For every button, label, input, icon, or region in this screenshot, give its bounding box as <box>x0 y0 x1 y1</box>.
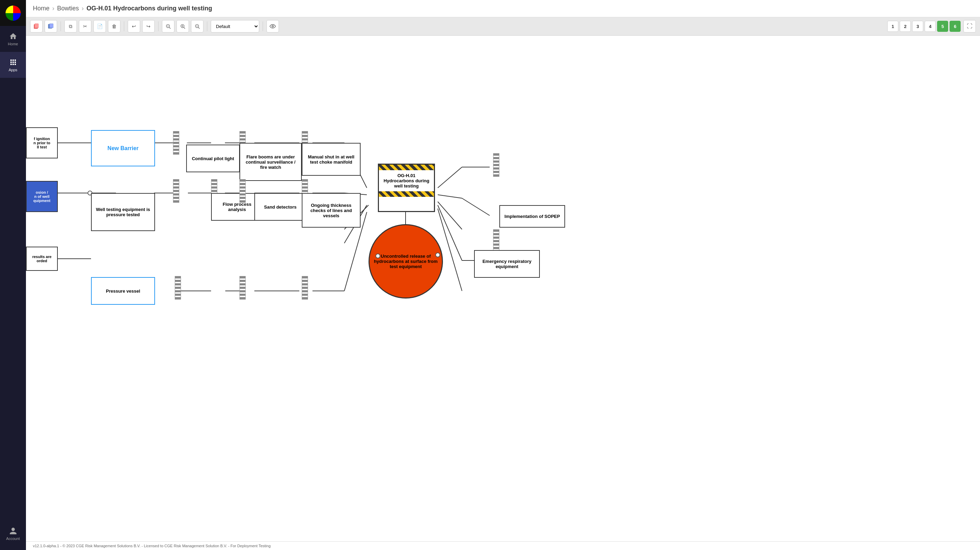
ignition-text: f ignitionn prior toll test <box>33 137 50 149</box>
separator-4 <box>207 21 207 31</box>
diagram-lines <box>26 36 980 541</box>
toolbar: ⧉ ✂ 📄 🗑 ↩ ↪ Default Risk Barriers 1 2 3 <box>26 17 980 36</box>
apps-label: Apps <box>9 68 17 72</box>
pressure-vessel-label: Pressure vessel <box>106 288 140 294</box>
svg-line-12 <box>198 27 200 29</box>
account-icon <box>9 527 17 535</box>
vbar-right-2 <box>493 229 500 253</box>
zoom-in-button[interactable] <box>177 20 189 32</box>
warning-box-label: OG-H.01 Hydrocarbons during well testing <box>379 170 434 191</box>
separator-5 <box>262 21 263 31</box>
svg-rect-1 <box>35 24 39 28</box>
view-select[interactable]: Default Risk Barriers <box>211 20 259 32</box>
erosion-text: osion /n of wellquipment <box>33 190 51 203</box>
layer-4-button[interactable]: 4 <box>924 21 936 32</box>
emergency-resp-label: Emergency respiratory equipment <box>477 259 536 269</box>
new-barrier-label: New Barrier <box>108 145 139 151</box>
connector-dot-right-1 <box>375 254 380 258</box>
paste-format-button[interactable] <box>45 20 57 32</box>
ongoing-thickness-label: Ongoing thickness checks of lines and ve… <box>305 203 357 218</box>
main-content: Home › Bowties › OG-H.01 Hydrocarbons du… <box>26 0 980 550</box>
warning-stripe-top <box>379 165 434 170</box>
svg-line-32 <box>438 195 462 198</box>
home-icon <box>9 32 17 40</box>
warning-box: OG-H.01 Hydrocarbons during well testing <box>378 164 435 212</box>
eye-button[interactable] <box>266 20 279 32</box>
vbar-pv-2 <box>239 276 246 300</box>
footer-text: v12.1.0-alpha.1 - © 2023 CGE Risk Manage… <box>33 544 270 548</box>
apps-icon <box>9 58 17 67</box>
new-barrier-box[interactable]: New Barrier <box>91 130 155 166</box>
ignition-partial-box: f ignitionn prior toll test <box>26 127 58 159</box>
emergency-resp-box[interactable]: Emergency respiratory equipment <box>474 250 540 278</box>
home-label: Home <box>8 42 18 46</box>
sidebar-item-apps[interactable]: Apps <box>0 52 26 78</box>
diagram: f ignitionn prior toll test osion /n of … <box>26 36 980 541</box>
footer: v12.1.0-alpha.1 - © 2023 CGE Risk Manage… <box>26 541 980 550</box>
zoom-fit-button[interactable] <box>162 20 174 32</box>
sand-detectors-box[interactable]: Sand detectors <box>255 193 306 221</box>
sidebar-item-home[interactable]: Home <box>0 26 26 52</box>
svg-line-33 <box>438 202 462 229</box>
ongoing-thickness-box[interactable]: Ongoing thickness checks of lines and ve… <box>302 193 361 227</box>
svg-line-35 <box>438 208 462 291</box>
svg-line-8 <box>184 27 185 29</box>
results-text: results areorded <box>32 254 52 263</box>
redo-button[interactable]: ↪ <box>142 20 155 32</box>
canvas-area[interactable]: f ignitionn prior toll test osion /n of … <box>26 36 980 541</box>
vbar-top-1 <box>173 131 179 155</box>
sidebar: Home Apps Account <box>0 0 26 550</box>
header: Home › Bowties › OG-H.01 Hydrocarbons du… <box>26 0 980 17</box>
flare-booms-label: Flare booms are under continual surveill… <box>243 154 298 170</box>
breadcrumb-sep-1: › <box>52 5 54 12</box>
erosion-partial-box: osion /n of wellquipment <box>26 181 58 212</box>
layer-5-button[interactable]: 5 <box>937 21 948 32</box>
account-label: Account <box>6 537 20 540</box>
breadcrumb-current: OG-H.01 Hydrocarbons during well testing <box>86 5 212 12</box>
layer-6-button[interactable]: 6 <box>950 21 961 32</box>
logo-icon <box>6 6 21 21</box>
sopep-label: Implementation of SOPEP <box>504 214 560 219</box>
expand-button[interactable]: ⛶ <box>963 20 976 32</box>
vbar-pv-3 <box>302 276 308 300</box>
layer-1-button[interactable]: 1 <box>887 21 898 32</box>
well-testing-label: Well testing equipment is pressure teste… <box>94 207 151 217</box>
layer-3-button[interactable]: 3 <box>912 21 923 32</box>
delete-button[interactable]: 🗑 <box>108 20 121 32</box>
event-label: Uncontrolled release of hydrocarbons at … <box>373 254 438 269</box>
well-testing-box[interactable]: Well testing equipment is pressure teste… <box>91 193 155 231</box>
connector-dot-right-2 <box>435 253 440 258</box>
breadcrumb: Home › Bowties › OG-H.01 Hydrocarbons du… <box>33 5 212 12</box>
vbar-right-1 <box>493 153 500 177</box>
svg-rect-3 <box>49 24 53 28</box>
event-circle: Uncontrolled release of hydrocarbons at … <box>369 224 443 299</box>
breadcrumb-home[interactable]: Home <box>33 5 49 12</box>
continual-pilot-box[interactable]: Continual pilot light <box>186 145 240 172</box>
cut-button[interactable]: ✂ <box>79 20 91 32</box>
continual-pilot-label: Continual pilot light <box>192 156 234 161</box>
manual-shut-label: Manual shut in at well test choke manifo… <box>305 154 357 165</box>
results-partial-box: results areorded <box>26 246 58 271</box>
zoom-out-button[interactable] <box>191 20 204 32</box>
sopep-box[interactable]: Implementation of SOPEP <box>500 205 565 227</box>
sand-detectors-label: Sand detectors <box>264 204 297 210</box>
sidebar-item-account[interactable]: Account <box>0 521 26 547</box>
vbar-pv-1 <box>175 276 181 300</box>
layer-buttons: 1 2 3 4 5 6 ⛶ <box>887 20 976 32</box>
pressure-vessel-box[interactable]: Pressure vessel <box>91 277 155 305</box>
separator-2 <box>124 21 124 31</box>
flow-process-label: Flow process analysis <box>215 202 259 212</box>
paste-button[interactable]: 📄 <box>94 20 106 32</box>
svg-point-14 <box>272 25 274 27</box>
copy-format-button[interactable] <box>30 20 43 32</box>
flare-booms-box[interactable]: Flare booms are under continual surveill… <box>239 143 302 181</box>
breadcrumb-bowties[interactable]: Bowties <box>57 5 79 12</box>
svg-line-37 <box>462 198 490 216</box>
logo <box>0 0 26 26</box>
vbar-bot-1 <box>173 179 179 203</box>
undo-button[interactable]: ↩ <box>128 20 140 32</box>
copy-button[interactable]: ⧉ <box>64 20 77 32</box>
manual-shut-box[interactable]: Manual shut in at well test choke manifo… <box>302 143 361 176</box>
layer-2-button[interactable]: 2 <box>900 21 911 32</box>
svg-line-5 <box>169 27 170 29</box>
